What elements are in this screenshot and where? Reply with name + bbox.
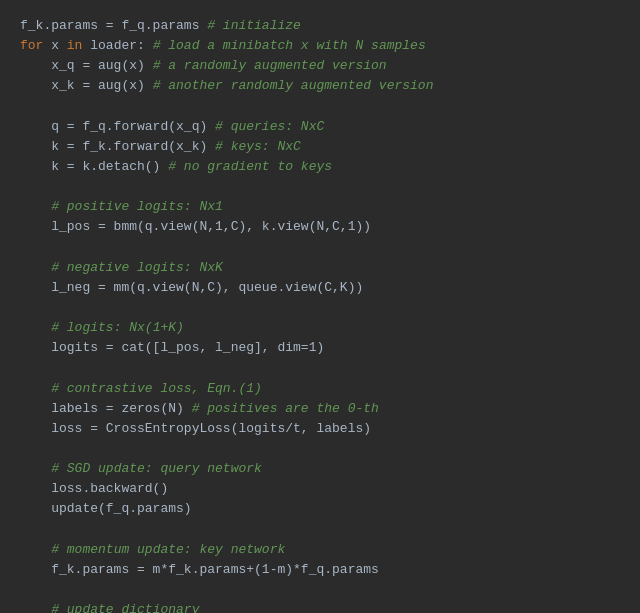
code-line-2: for x in loader: # load a minibatch x wi… <box>20 36 620 56</box>
code-line-6: q = f_q.forward(x_q) # queries: NxC <box>20 117 620 137</box>
code-block: f_k.params = f_q.params # initialize for… <box>0 0 640 613</box>
code-line-26 <box>20 520 620 540</box>
code-line-12 <box>20 238 620 258</box>
code-line-20: labels = zeros(N) # positives are the 0-… <box>20 399 620 419</box>
code-line-30: # update dictionary <box>20 600 620 613</box>
code-line-28: f_k.params = m*f_k.params+(1-m)*f_q.para… <box>20 560 620 580</box>
code-line-11: l_pos = bmm(q.view(N,1,C), k.view(N,C,1)… <box>20 217 620 237</box>
code-line-27: # momentum update: key network <box>20 540 620 560</box>
code-line-3: x_q = aug(x) # a randomly augmented vers… <box>20 56 620 76</box>
code-line-10: # positive logits: Nx1 <box>20 197 620 217</box>
code-line-1: f_k.params = f_q.params # initialize <box>20 16 620 36</box>
code-line-25: update(f_q.params) <box>20 499 620 519</box>
code-line-16: # logits: Nx(1+K) <box>20 318 620 338</box>
code-line-23: # SGD update: query network <box>20 459 620 479</box>
code-line-29 <box>20 580 620 600</box>
code-line-14: l_neg = mm(q.view(N,C), queue.view(C,K)) <box>20 278 620 298</box>
code-line-5 <box>20 97 620 117</box>
code-line-7: k = f_k.forward(x_k) # keys: NxC <box>20 137 620 157</box>
code-line-21: loss = CrossEntropyLoss(logits/t, labels… <box>20 419 620 439</box>
code-line-24: loss.backward() <box>20 479 620 499</box>
code-line-9 <box>20 177 620 197</box>
code-line-22 <box>20 439 620 459</box>
code-line-18 <box>20 358 620 378</box>
code-line-19: # contrastive loss, Eqn.(1) <box>20 379 620 399</box>
code-line-8: k = k.detach() # no gradient to keys <box>20 157 620 177</box>
code-line-17: logits = cat([l_pos, l_neg], dim=1) <box>20 338 620 358</box>
code-line-4: x_k = aug(x) # another randomly augmente… <box>20 76 620 96</box>
code-line-15 <box>20 298 620 318</box>
code-line-13: # negative logits: NxK <box>20 258 620 278</box>
